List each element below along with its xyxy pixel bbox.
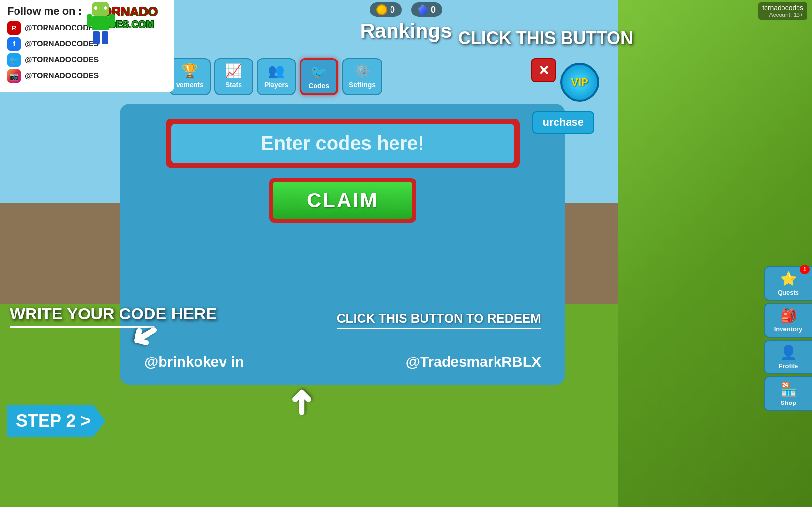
write-code-annotation: WRITE YOUR CODE HERE xyxy=(10,304,217,328)
instagram-handle: @TORNADOCODES xyxy=(25,72,99,80)
achievements-label: vements xyxy=(176,81,204,89)
instagram-row: 📷 @TORNADOCODES xyxy=(7,69,167,83)
arrow-to-claim: ➜ xyxy=(280,388,320,417)
quests-button[interactable]: 1 ⭐ Quests xyxy=(764,266,812,301)
code-input[interactable] xyxy=(171,124,514,163)
inventory-icon: 🎒 xyxy=(780,308,797,324)
coins-value: 0 xyxy=(390,5,395,15)
right-sidebar: 1 ⭐ Quests 🎒 Inventory 👤 Profile 🏪 Shop xyxy=(764,266,812,411)
nav-tabs: 🏆 vements 📈 Stats 👥 Players 🐦 Codes ⚙️ S… xyxy=(169,58,382,95)
codes-label: Codes xyxy=(308,82,329,89)
players-label: Players xyxy=(264,81,288,89)
codes-icon: 🐦 xyxy=(310,64,327,80)
gems-value: 0 xyxy=(431,5,436,15)
settings-label: Settings xyxy=(349,81,376,89)
coin-icon xyxy=(376,4,387,15)
twitter-row: 🐦 @TORNADOCODES xyxy=(7,53,167,67)
account-label: Account: 13+ xyxy=(762,12,803,18)
tab-achievements[interactable]: 🏆 vements xyxy=(169,58,211,95)
write-code-text: WRITE YOUR CODE HERE xyxy=(10,304,217,323)
step2-badge: STEP 2 > xyxy=(7,405,105,437)
gem-icon xyxy=(418,4,428,15)
vip-button[interactable]: VIP xyxy=(560,63,599,102)
roblox-icon: R xyxy=(7,21,21,35)
rankings-title: Rankings xyxy=(360,19,451,43)
credits-row: @brinkokev in @TradesmarkRBLX xyxy=(135,354,551,370)
instagram-icon: 📷 xyxy=(7,69,21,83)
inventory-label: Inventory xyxy=(774,326,803,333)
credit1: @brinkokev in xyxy=(144,354,244,370)
shop-icon: 🏪 xyxy=(780,381,797,397)
profile-icon: 👤 xyxy=(780,344,797,360)
code-input-wrapper xyxy=(166,119,520,168)
twitter-handle: @TORNADOCODES xyxy=(25,56,99,64)
social-panel: Follow me on : R @TORNADOCODES f @TORNAD… xyxy=(0,0,174,92)
players-icon: 👥 xyxy=(268,63,285,79)
close-button[interactable]: ✕ xyxy=(531,58,556,82)
tab-players[interactable]: 👥 Players xyxy=(257,58,296,95)
coins-pill: 0 xyxy=(370,2,402,17)
click-top-text: CLICK THIS BUTTON xyxy=(458,28,633,48)
tab-stats[interactable]: 📈 Stats xyxy=(214,58,253,95)
inventory-button[interactable]: 🎒 Inventory xyxy=(764,303,812,338)
claim-button[interactable]: CLAIM xyxy=(273,182,412,219)
tab-settings[interactable]: ⚙️ Settings xyxy=(342,58,382,95)
redeem-text: CLICK THIS BUTTON TO REDEEM xyxy=(337,311,541,329)
purchase-label: urchase xyxy=(543,116,584,128)
main-panel: CLAIM CLICK THIS BUTTON TO REDEEM @brink… xyxy=(120,104,565,385)
stats-label: Stats xyxy=(226,81,242,89)
shop-label: Shop xyxy=(781,399,797,406)
quests-badge: 1 xyxy=(800,265,810,274)
game-bg-green xyxy=(618,0,812,507)
achievements-icon: 🏆 xyxy=(181,63,198,79)
profile-label: Profile xyxy=(779,362,798,370)
tab-codes[interactable]: 🐦 Codes xyxy=(300,58,338,95)
stats-icon: 📈 xyxy=(225,63,242,79)
purchase-button[interactable]: urchase xyxy=(532,111,594,134)
facebook-icon: f xyxy=(7,37,21,51)
shop-button[interactable]: 🏪 Shop xyxy=(764,376,812,411)
username: tornadocodes xyxy=(762,4,803,12)
claim-button-wrapper: CLAIM xyxy=(269,178,416,223)
credit2: @TradesmarkRBLX xyxy=(406,354,541,370)
quests-label: Quests xyxy=(778,289,799,296)
character-sprite xyxy=(86,2,115,44)
quests-icon: ⭐ xyxy=(780,271,797,287)
settings-icon: ⚙️ xyxy=(354,63,371,79)
user-info: tornadocodes Account: 13+ xyxy=(758,2,807,20)
twitter-icon: 🐦 xyxy=(7,53,21,67)
profile-button[interactable]: 👤 Profile xyxy=(764,340,812,374)
gems-pill: 0 xyxy=(411,2,442,17)
